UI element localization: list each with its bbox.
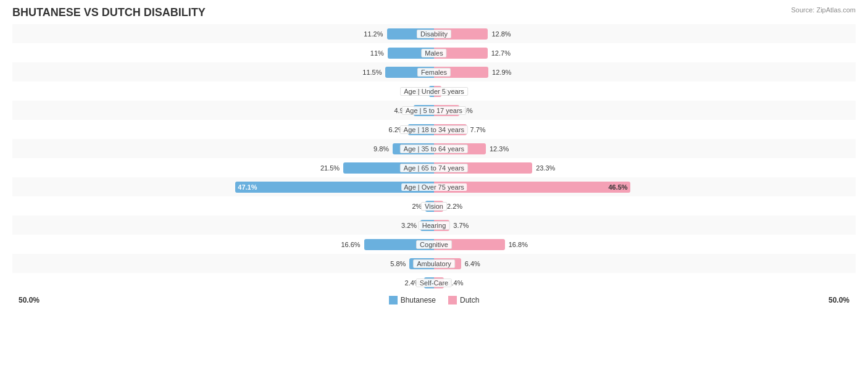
bar-row: 5.8% Ambulatory 6.4% bbox=[12, 254, 856, 273]
bar-row: 4.9% Age | 5 to 17 years 6% bbox=[12, 101, 856, 120]
right-value: 23.3% bbox=[536, 164, 555, 172]
bar-label: Females bbox=[417, 68, 451, 77]
bar-row: 11% Males 12.7% bbox=[12, 43, 856, 62]
chart-footer: 50.0% Bhutanese Dutch 50.0% bbox=[12, 296, 856, 304]
left-value: 16.6% bbox=[341, 241, 360, 248]
legend: Bhutanese Dutch bbox=[389, 296, 480, 304]
bar-label: Age | Over 75 years bbox=[401, 183, 467, 191]
legend-label-dutch: Dutch bbox=[460, 296, 479, 304]
chart-title: BHUTANESE VS DUTCH DISABILITY bbox=[12, 6, 856, 19]
bar-label: Age | 18 to 34 years bbox=[400, 125, 468, 134]
bar-label: Vision bbox=[421, 202, 447, 211]
bar-label: Disability bbox=[417, 30, 451, 38]
bar-row: 2% Vision 2.2% bbox=[12, 196, 856, 216]
bar-row: 16.6% Cognitive 16.8% bbox=[12, 235, 856, 254]
bar-row: 11.5% Females 12.9% bbox=[12, 62, 856, 82]
left-value: 11.2% bbox=[364, 30, 383, 38]
bar-label: Cognitive bbox=[416, 240, 452, 249]
footer-right-value: 50.0% bbox=[828, 296, 849, 304]
legend-item-bhutanese: Bhutanese bbox=[389, 296, 436, 304]
chart-container: BHUTANESE VS DUTCH DISABILITY Source: Zi… bbox=[0, 0, 868, 378]
right-value: 12.9% bbox=[492, 69, 511, 76]
bar-row: 21.5% Age | 65 to 74 years 23.3% bbox=[12, 158, 856, 177]
right-value: 16.8% bbox=[509, 241, 528, 248]
right-value: 3.7% bbox=[453, 222, 469, 229]
bar-row: 6.2% Age | 18 to 34 years 7.7% bbox=[12, 120, 856, 139]
left-value: 5.8% bbox=[390, 260, 406, 267]
bar-row: 9.8% Age | 35 to 64 years 12.3% bbox=[12, 139, 856, 158]
legend-label-bhutanese: Bhutanese bbox=[401, 296, 436, 304]
bar-label: Age | 65 to 74 years bbox=[400, 164, 468, 172]
left-value: 3.2% bbox=[401, 222, 417, 229]
left-value: 21.5% bbox=[320, 164, 340, 172]
left-value: 11% bbox=[370, 49, 384, 57]
bar-label: Hearing bbox=[419, 221, 450, 230]
bar-row: 11.2% Disability 12.8% bbox=[12, 24, 856, 43]
bar-row: 1.2% Age | Under 5 years 1.7% bbox=[12, 82, 856, 101]
bar-label: Males bbox=[421, 49, 446, 57]
legend-box-pink bbox=[448, 296, 457, 304]
right-value: 2.2% bbox=[447, 203, 462, 210]
left-value: 11.5% bbox=[362, 69, 382, 76]
bar-label: Age | Under 5 years bbox=[400, 87, 468, 96]
left-value: 9.8% bbox=[373, 145, 389, 153]
left-value: 2% bbox=[412, 203, 422, 210]
bar-row: 3.2% Hearing 3.7% bbox=[12, 216, 856, 235]
bar-label: Age | 35 to 64 years bbox=[400, 145, 468, 153]
footer-left-value: 50.0% bbox=[19, 296, 40, 304]
bar-row: 2.4% Self-Care 2.4% bbox=[12, 273, 856, 292]
bar-label: Age | 5 to 17 years bbox=[402, 106, 466, 115]
rows-container: 11.2% Disability 12.8% 11% Male bbox=[12, 24, 856, 292]
source-text: Source: ZipAtlas.com bbox=[791, 6, 856, 14]
right-value: 12.8% bbox=[491, 30, 511, 38]
right-value: 6.4% bbox=[465, 260, 480, 267]
right-value: 7.7% bbox=[470, 126, 486, 133]
bar-row: 47.1% Age | Over 75 years 46.5% bbox=[12, 177, 856, 196]
legend-item-dutch: Dutch bbox=[448, 296, 479, 304]
right-value: 12.7% bbox=[491, 49, 511, 57]
legend-box-blue bbox=[389, 296, 398, 304]
bar-label: Self-Care bbox=[416, 279, 452, 287]
bar-label: Ambulatory bbox=[413, 259, 455, 268]
right-value: 12.3% bbox=[490, 145, 509, 153]
